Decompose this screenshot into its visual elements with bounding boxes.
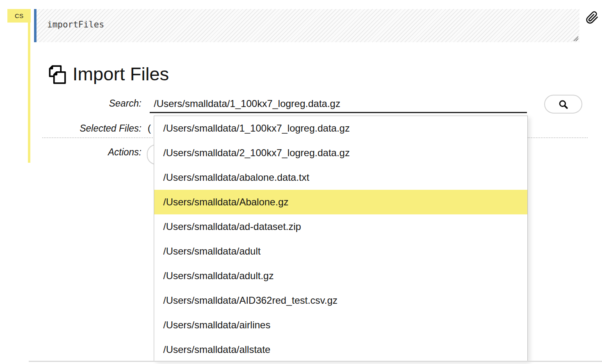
search-label: Search:: [0, 98, 141, 109]
dropdown-item[interactable]: /Users/smalldata/abalone.data.txt: [154, 165, 527, 190]
resize-grip-icon[interactable]: [572, 35, 579, 41]
page-title: Import Files: [73, 64, 169, 85]
files-icon: [46, 64, 68, 85]
code-cell-input[interactable]: importFiles: [36, 9, 579, 30]
flow-notebook: CS importFiles Import Files Search: Sele…: [0, 0, 602, 364]
dropdown-item[interactable]: /Users/smalldata/AID362red_test.csv.gz: [154, 288, 527, 313]
dropdown-item[interactable]: /Users/smalldata/allstate: [154, 337, 527, 362]
assist-header: Import Files: [46, 64, 169, 85]
code-cell[interactable]: importFiles: [34, 9, 579, 42]
search-button[interactable]: [544, 95, 582, 114]
search-input[interactable]: [150, 96, 527, 113]
dropdown-item[interactable]: /Users/smalldata/1_100kx7_logreg.data.gz: [154, 116, 527, 141]
active-cell-indicator: [28, 22, 30, 163]
typeahead-dropdown: /Users/smalldata/1_100kx7_logreg.data.gz…: [154, 116, 528, 362]
dropdown-item[interactable]: /Users/smalldata/adult.gz: [154, 264, 527, 288]
actions-label: Actions:: [0, 147, 141, 158]
dropdown-item[interactable]: /Users/smalldata/2_100kx7_logreg.data.gz: [154, 141, 527, 165]
selected-files-label: Selected Files:: [0, 123, 141, 134]
paperclip-icon[interactable]: [586, 11, 599, 25]
dropdown-item[interactable]: /Users/smalldata/airlines: [154, 313, 527, 337]
selected-files-value: (: [148, 123, 151, 134]
search-icon: [558, 99, 569, 110]
cell-type-badge: CS: [7, 9, 31, 23]
dropdown-item[interactable]: /Users/smalldata/adult: [154, 239, 527, 264]
page-divider: [29, 361, 602, 362]
dropdown-item[interactable]: /Users/smalldata/ad-dataset.zip: [154, 214, 527, 239]
dropdown-item[interactable]: /Users/smalldata/Abalone.gz: [154, 190, 527, 214]
